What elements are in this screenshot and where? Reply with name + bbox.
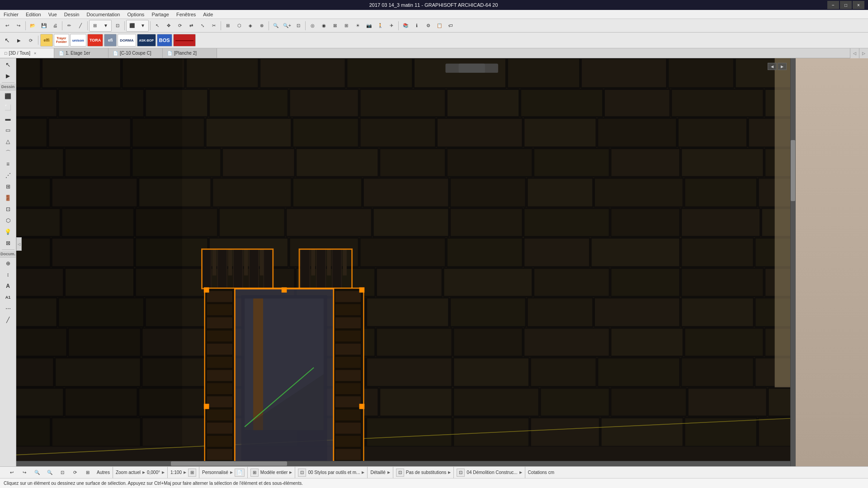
schedule-button[interactable]: 📋 [434,20,445,31]
plugin-stripe[interactable] [173,34,196,47]
text-tool[interactable]: A [1,281,15,291]
elevation-button[interactable]: ⊞ [341,20,352,31]
pencil-button[interactable]: ✏ [64,20,75,31]
stair-tool[interactable]: ≡ [1,159,15,169]
tab-3d-close[interactable]: × [34,51,36,56]
plugin-dorma[interactable]: DORMA [118,34,136,47]
nav-left[interactable]: ◀ [768,63,777,70]
elevation-tool[interactable]: ↕ [1,269,15,280]
section-button[interactable]: ⊠ [330,20,340,31]
column-tool[interactable]: ⬜ [1,102,15,113]
beam-tool[interactable]: ▬ [1,113,15,124]
polyline-tool[interactable]: ╱ [1,314,15,325]
zoom-out-status-btn[interactable]: 🔍 [44,467,55,478]
scale-button[interactable]: ⤡ [197,20,208,31]
menu-item-fenêtres[interactable]: Fenêtres [173,10,199,19]
intersect-button[interactable]: ⊗ [256,20,267,31]
menu-item-edition[interactable]: Edition [22,10,45,19]
custom-icon-btn[interactable]: 📄 [235,469,245,477]
tab-etage1[interactable]: 📄 1. Etage 1er [54,48,108,58]
drawing-tool[interactable]: ⋯ [1,303,15,314]
library-button[interactable]: 📚 [400,20,411,31]
close-button[interactable]: × [853,1,864,9]
element-info-button[interactable]: ℹ [411,20,422,31]
zoom-fit-status-btn[interactable]: ⊡ [57,467,68,478]
menu-item-dessin[interactable]: Dessin [61,10,83,19]
adjust-button[interactable]: ⬡ [234,20,245,31]
tab-planche[interactable]: 📄 [Planche 2] [163,48,217,58]
split-button[interactable]: ⊞ [222,20,233,31]
plugin-askbop[interactable]: ASK-BOP [137,34,156,47]
union-button[interactable]: ◈ [245,20,256,31]
plugin-tora[interactable]: TORA [87,34,103,47]
tab-next-button[interactable]: ▷ [859,48,868,58]
model-type-btn[interactable]: ⊞ [250,469,259,477]
print-button[interactable]: 🖨 [50,20,61,31]
arrow-right-tool[interactable]: ▶ [1,70,15,81]
menu-item-vue[interactable]: Vue [45,10,61,19]
line-button[interactable]: ╱ [75,20,86,31]
select-button[interactable]: ↖ [152,20,163,31]
snap-grid-button[interactable]: ⊞ [90,20,100,31]
wall-tool[interactable]: ⬛ [1,91,15,102]
3d-button[interactable]: ◎ [307,20,318,31]
scroll-thumb-v[interactable] [791,140,795,201]
arrow-right-tool[interactable]: ▶ [14,35,24,46]
refresh-tool[interactable]: ⟳ [25,35,36,46]
arrow-select-tool[interactable]: ↖ [1,59,15,70]
object-tool[interactable]: ⬡ [1,215,15,226]
plugin-elfi[interactable]: elfi [40,34,53,47]
sun-button[interactable]: ☀ [352,20,363,31]
view-btn1[interactable]: ⬛ [127,20,137,31]
plugin-bos[interactable]: BOS [157,34,172,47]
refresh-status-btn[interactable]: ⟳ [70,467,80,478]
label-button[interactable]: 🏷 [445,20,456,31]
save-button[interactable]: 💾 [38,20,49,31]
3d-viewport[interactable]: ◀ ▶ [16,58,796,466]
demo-btn[interactable]: ⊡ [457,469,465,477]
minimize-button[interactable]: − [827,1,839,9]
rotate-button[interactable]: ⟳ [175,20,185,31]
pens-btn[interactable]: ⊡ [298,469,306,477]
scroll-thumb-h[interactable] [171,461,287,466]
left-panel-toggle[interactable]: ◁ [16,237,22,251]
undo-button[interactable]: ↩ [2,20,13,31]
tab-coupe[interactable]: 📄 [C-10 Coupe C] [108,48,163,58]
mirror-button[interactable]: ⇄ [186,20,197,31]
roof-tool[interactable]: △ [1,136,15,147]
guidelines-button[interactable]: ⊡ [112,20,123,31]
zoom-in-button[interactable]: 🔍+ [282,20,292,31]
zoom-in-status-btn[interactable]: 🔍 [32,467,42,478]
trim-button[interactable]: ✂ [208,20,219,31]
walk-button[interactable]: 🚶 [375,20,386,31]
undo-status-btn[interactable]: ↩ [6,467,17,478]
snap-btn2[interactable]: ▼ [100,20,111,31]
maximize-button[interactable]: □ [840,1,852,9]
menu-item-partage[interactable]: Partage [148,10,173,19]
menu-item-options[interactable]: Options [123,10,148,19]
viewport-scrollbar-v[interactable] [790,58,796,466]
find-button[interactable]: 🔍 [270,20,281,31]
tab-prev-button[interactable]: ◁ [850,48,859,58]
menu-item-documentation[interactable]: Documentation [83,10,123,19]
fly-button[interactable]: ✈ [386,20,397,31]
camera-button[interactable]: 📷 [363,20,374,31]
open-button[interactable]: 📂 [27,20,38,31]
curtain-wall-tool[interactable]: ⊞ [1,181,15,192]
lamp-tool[interactable]: 💡 [1,226,15,237]
view-btn2[interactable]: ▼ [137,20,148,31]
render-button[interactable]: ◉ [318,20,329,31]
select-tool[interactable]: ↖ [2,35,13,46]
window-tool[interactable]: ⊡ [1,204,15,215]
menu-item-fichier[interactable]: Fichier [0,10,22,19]
scale-icon-btn[interactable]: ⊞ [188,469,196,477]
plugin-unison[interactable]: unison [70,34,86,47]
viewport-scrollbar-h[interactable] [16,461,790,466]
properties-button[interactable]: ⚙ [423,20,434,31]
no-subs-btn[interactable]: ⊡ [396,469,404,477]
shell-tool[interactable]: ⌒ [1,147,15,158]
nav-right[interactable]: ▶ [778,63,787,70]
plugin-efi[interactable]: efi [104,34,117,47]
slab-tool[interactable]: ▭ [1,125,15,136]
menu-item-aide[interactable]: Aide [199,10,217,19]
